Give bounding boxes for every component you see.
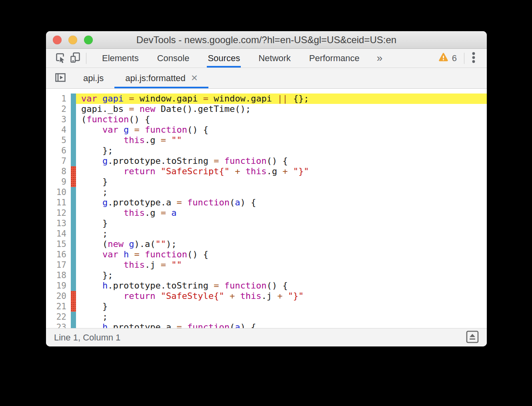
code-line[interactable]: g.prototype.a = function(a) { xyxy=(76,197,487,208)
line-number[interactable]: 6 xyxy=(46,145,66,156)
coverage-bar xyxy=(71,135,76,145)
tab-sources[interactable]: Sources xyxy=(198,49,249,68)
code-line[interactable]: ; xyxy=(76,229,487,239)
code-line[interactable]: return "SafeScript{" + this.g + "}" xyxy=(76,166,487,177)
navigator-toggle-icon xyxy=(54,71,67,86)
line-number[interactable]: 19 xyxy=(46,281,66,291)
code-editor[interactable]: 1var gapi = window.gapi = window.gapi ||… xyxy=(46,89,487,328)
code-row: 6 }; xyxy=(46,145,487,156)
devtools-toolbar: ElementsConsoleSourcesNetworkPerformance… xyxy=(46,49,487,68)
line-number[interactable]: 21 xyxy=(46,301,66,312)
tab-console[interactable]: Console xyxy=(148,49,199,68)
tab-label: Console xyxy=(157,53,190,64)
line-number[interactable]: 14 xyxy=(46,229,66,239)
code-row: 15 (new g).a(""); xyxy=(46,239,487,249)
code-row: 16 var h = function() { xyxy=(46,249,487,260)
code-line[interactable]: var h = function() { xyxy=(76,249,487,260)
line-number[interactable]: 12 xyxy=(46,208,66,218)
line-number[interactable]: 10 xyxy=(46,187,66,197)
line-number[interactable]: 15 xyxy=(46,239,66,249)
coverage-bar xyxy=(71,218,76,229)
line-number[interactable]: 23 xyxy=(46,322,66,328)
line-number[interactable]: 8 xyxy=(46,166,66,177)
inspect-element-button[interactable] xyxy=(52,51,68,66)
line-number[interactable]: 1 xyxy=(46,94,66,104)
line-number[interactable]: 20 xyxy=(46,291,66,301)
code-line[interactable]: }; xyxy=(76,270,487,281)
coverage-bar xyxy=(71,156,76,166)
more-panels-button[interactable]: » xyxy=(371,52,388,64)
line-number[interactable]: 5 xyxy=(46,135,66,145)
warning-badge[interactable]: 6 xyxy=(434,52,461,64)
line-number[interactable]: 18 xyxy=(46,270,66,281)
code-row: 23 h.prototype.a = function(a) { xyxy=(46,322,487,328)
line-number[interactable]: 2 xyxy=(46,104,66,114)
line-number[interactable]: 4 xyxy=(46,125,66,135)
code-line[interactable]: this.g = a xyxy=(76,208,487,218)
code-line[interactable]: ; xyxy=(76,187,487,197)
code-row: 20 return "SafeStyle{" + this.j + "}" xyxy=(46,291,487,301)
cursor-position: Line 1, Column 1 xyxy=(54,332,120,343)
code-row: 5 this.g = "" xyxy=(46,135,487,145)
editor-tab-api.js:formatted[interactable]: api.js:formatted× xyxy=(114,68,208,88)
coverage-bar xyxy=(71,177,76,187)
kebab-menu-button[interactable] xyxy=(468,51,480,66)
code-line[interactable]: ; xyxy=(76,312,487,322)
line-number[interactable]: 16 xyxy=(46,249,66,260)
coverage-bar xyxy=(71,301,76,312)
window-title: DevTools - news.google.com/?hl=en-US&gl=… xyxy=(46,31,487,48)
line-number[interactable]: 9 xyxy=(46,177,66,187)
tab-label: Performance xyxy=(309,53,360,64)
code-line[interactable]: } xyxy=(76,177,487,187)
close-icon[interactable]: × xyxy=(191,72,198,84)
toolbar-separator-2 xyxy=(464,53,464,64)
line-number[interactable]: 17 xyxy=(46,260,66,270)
device-toolbar-button[interactable] xyxy=(68,51,83,66)
line-number[interactable]: 11 xyxy=(46,197,66,208)
coverage-bar xyxy=(71,94,76,104)
coverage-bar xyxy=(71,125,76,135)
line-number[interactable]: 7 xyxy=(46,156,66,166)
coverage-bar xyxy=(71,104,76,114)
code-line[interactable]: (function() { xyxy=(76,114,487,125)
tab-label: Sources xyxy=(208,53,240,64)
code-line[interactable]: }; xyxy=(76,145,487,156)
code-line[interactable]: var g = function() { xyxy=(76,125,487,135)
code-line[interactable]: return "SafeStyle{" + this.j + "}" xyxy=(76,291,487,301)
code-row: 18 }; xyxy=(46,270,487,281)
panel-tabs: ElementsConsoleSourcesNetworkPerformance xyxy=(93,49,369,68)
line-number[interactable]: 22 xyxy=(46,312,66,322)
code-line[interactable]: (new g).a(""); xyxy=(76,239,487,249)
code-line[interactable]: h.prototype.a = function(a) { xyxy=(76,322,487,328)
code-line[interactable]: this.j = "" xyxy=(76,260,487,270)
code-line[interactable]: } xyxy=(76,301,487,312)
coverage-bar xyxy=(71,208,76,218)
code-row: 14 ; xyxy=(46,229,487,239)
code-line[interactable]: h.prototype.toString = function() { xyxy=(76,281,487,291)
tab-performance[interactable]: Performance xyxy=(300,49,369,68)
tab-network[interactable]: Network xyxy=(249,49,300,68)
inspect-icon xyxy=(54,51,66,66)
code-line[interactable]: g.prototype.toString = function() { xyxy=(76,156,487,166)
line-number[interactable]: 3 xyxy=(46,114,66,125)
editor-tab-label: api.js:formatted xyxy=(125,73,185,84)
code-line[interactable]: var gapi = window.gapi = window.gapi || … xyxy=(76,94,487,104)
navigator-toggle-button[interactable] xyxy=(52,68,68,88)
editor-tab-strip: api.jsapi.js:formatted× xyxy=(46,68,487,89)
code-row: 17 this.j = "" xyxy=(46,260,487,270)
tab-elements[interactable]: Elements xyxy=(93,49,148,68)
editor-tab-api.js[interactable]: api.js xyxy=(72,68,114,88)
code-line[interactable]: } xyxy=(76,218,487,229)
expand-panel-button[interactable] xyxy=(464,330,481,346)
code-row: 9 } xyxy=(46,177,487,187)
coverage-bar xyxy=(71,145,76,156)
code-line[interactable]: gapi._bs = new Date().getTime(); xyxy=(76,104,487,114)
code-row: 11 g.prototype.a = function(a) { xyxy=(46,197,487,208)
code-line[interactable]: this.g = "" xyxy=(76,135,487,145)
editor-tab-label: api.js xyxy=(83,73,104,84)
editor-tabs: api.jsapi.js:formatted× xyxy=(72,68,208,88)
line-number[interactable]: 13 xyxy=(46,218,66,229)
warning-icon xyxy=(438,52,449,64)
coverage-bar xyxy=(71,197,76,208)
code-row: 22 ; xyxy=(46,312,487,322)
